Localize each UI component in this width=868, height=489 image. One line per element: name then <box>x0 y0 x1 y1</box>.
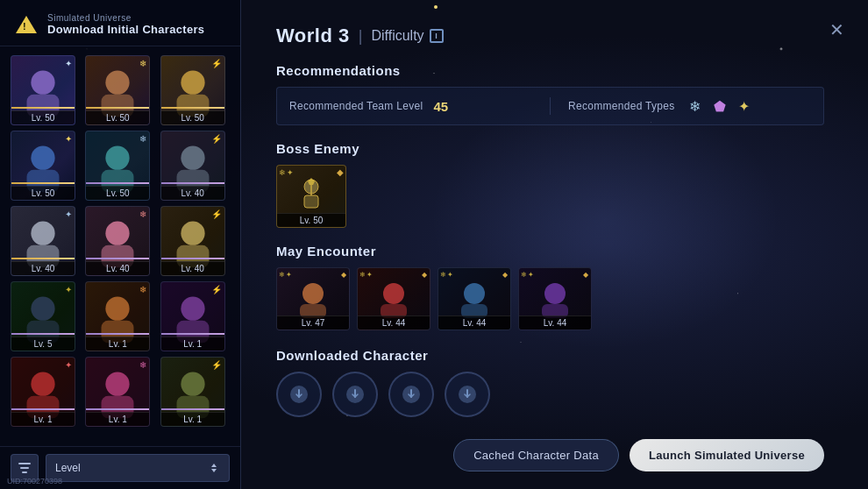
char-type-icon: ✦ <box>65 59 72 68</box>
char-rarity-bar <box>11 182 75 184</box>
char-type-icon: ✦ <box>65 360 72 370</box>
char-type-icon: ✦ <box>65 285 72 294</box>
svg-point-13 <box>31 222 54 245</box>
encounter-rarity: ◆ <box>422 271 427 279</box>
svg-point-9 <box>106 146 130 170</box>
encounter-card-1[interactable]: ❄✦◆Lv. 44 <box>357 267 430 330</box>
char-card-10[interactable]: ✦Lv. 5 <box>11 281 75 351</box>
svg-point-15 <box>106 222 130 245</box>
cached-character-button[interactable]: Cached Character Data <box>453 439 619 471</box>
char-level: Lv. 40 <box>161 261 224 275</box>
char-type-icon: ❄ <box>139 285 146 294</box>
dl-slot-icon <box>402 386 420 403</box>
char-card-14[interactable]: ❄Lv. 1 <box>85 357 150 427</box>
char-card-9[interactable]: ⚡Lv. 40 <box>160 206 225 276</box>
team-level-label: Recommended Team Level <box>289 100 423 112</box>
encounter-type-icons: ❄✦ <box>279 271 292 279</box>
char-rarity-bar <box>161 182 224 184</box>
boss-card[interactable]: ❄ ✦ Lv. 50 ◆ <box>276 165 346 228</box>
encounter-type-icons: ❄✦ <box>440 271 453 279</box>
svg-point-19 <box>31 297 54 321</box>
downloaded-slot-0[interactable] <box>276 372 322 417</box>
svg-point-3 <box>106 71 130 95</box>
char-level: Lv. 5 <box>11 337 75 351</box>
rec-divider <box>550 97 551 115</box>
header-title: Download Initial Characters <box>47 23 204 36</box>
recommendations-box: Recommended Team Level 45 Recommended Ty… <box>276 87 824 125</box>
char-card-8[interactable]: ❄Lv. 40 <box>85 206 150 276</box>
svg-point-17 <box>181 222 204 245</box>
char-type-icon: ⚡ <box>211 134 222 144</box>
char-card-1[interactable]: ✦Lv. 50 <box>11 55 75 125</box>
char-card-5[interactable]: ❄Lv. 50 <box>85 131 150 201</box>
char-level: Lv. 50 <box>86 186 149 200</box>
dl-slot-icon <box>459 386 476 403</box>
downloaded-slot-3[interactable] <box>445 372 490 417</box>
encounter-card-3[interactable]: ❄✦◆Lv. 44 <box>518 267 592 330</box>
char-level: Lv. 40 <box>86 261 149 275</box>
downloaded-section: Downloaded Character <box>276 348 824 430</box>
char-rarity-bar <box>161 333 224 335</box>
downloaded-slot-1[interactable] <box>332 372 378 417</box>
char-rarity-bar <box>11 333 75 335</box>
sort-button[interactable]: Level <box>46 454 230 482</box>
character-grid: ✦Lv. 50❄Lv. 50⚡Lv. 50✦Lv. 50❄Lv. 50⚡Lv. … <box>0 46 240 446</box>
team-level-item: Recommended Team Level 45 <box>289 99 532 114</box>
char-level: Lv. 1 <box>86 337 149 351</box>
svg-point-25 <box>31 372 54 396</box>
encounter-level: Lv. 47 <box>277 315 349 330</box>
encounter-cards: ❄✦◆Lv. 47❄✦◆Lv. 44❄✦◆Lv. 44❄✦◆Lv. 44 <box>276 267 824 330</box>
encounter-card-2[interactable]: ❄✦◆Lv. 44 <box>438 267 511 330</box>
char-level: Lv. 50 <box>86 110 149 124</box>
rec-types-icons: ❄ ⬟ ✦ <box>686 96 754 116</box>
char-card-13[interactable]: ✦Lv. 1 <box>11 357 75 427</box>
main-content: World 3 | Difficulty I Recommendations R… <box>241 0 868 489</box>
encounter-rarity: ◆ <box>583 271 588 279</box>
char-card-11[interactable]: ❄Lv. 1 <box>85 281 150 351</box>
svg-point-23 <box>181 297 204 321</box>
char-card-6[interactable]: ⚡Lv. 40 <box>160 131 225 201</box>
char-type-icon: ⚡ <box>211 285 222 294</box>
boss-section: Boss Enemy ❄ ✦ Lv. 50 ◆ <box>276 141 824 228</box>
difficulty-label: Difficulty I <box>371 28 443 44</box>
downloaded-title: Downloaded Character <box>276 348 824 363</box>
svg-point-7 <box>31 146 54 170</box>
boss-avatar <box>294 176 329 217</box>
char-level: Lv. 1 <box>161 337 224 351</box>
char-level: Lv. 50 <box>161 110 224 124</box>
char-rarity-bar <box>11 258 75 259</box>
encounter-type-icons: ❄✦ <box>359 271 373 279</box>
char-card-4[interactable]: ✦Lv. 50 <box>11 131 75 201</box>
svg-point-1 <box>31 71 54 95</box>
close-button[interactable]: ✕ <box>822 16 850 44</box>
downloaded-slot-2[interactable] <box>388 372 434 417</box>
char-rarity-bar <box>86 182 149 184</box>
boss-level: Lv. 50 <box>277 213 345 227</box>
svg-point-44 <box>544 283 566 304</box>
launch-simulated-universe-button[interactable]: Launch Simulated Universe <box>630 439 824 471</box>
char-level: Lv. 50 <box>11 110 75 124</box>
sidebar: Simulated Universe Download Initial Char… <box>0 0 241 489</box>
dl-slot-icon <box>290 386 308 403</box>
char-card-15[interactable]: ⚡Lv. 1 <box>160 357 225 427</box>
char-card-2[interactable]: ❄Lv. 50 <box>85 55 150 125</box>
svg-rect-34 <box>304 195 318 208</box>
svg-rect-31 <box>20 467 29 469</box>
rec-types-label: Recommended Types <box>568 100 675 112</box>
encounter-card-0[interactable]: ❄✦◆Lv. 47 <box>276 267 350 330</box>
svg-point-38 <box>302 283 324 304</box>
encounter-level: Lv. 44 <box>438 315 510 330</box>
char-card-12[interactable]: ⚡Lv. 1 <box>160 281 225 351</box>
svg-point-40 <box>383 283 404 304</box>
char-type-icon: ❄ <box>139 134 146 144</box>
char-card-7[interactable]: ✦Lv. 40 <box>11 206 75 276</box>
header-subtitle: Simulated Universe <box>47 13 204 23</box>
char-type-icon: ❄ <box>139 209 146 219</box>
char-rarity-bar <box>86 258 149 259</box>
char-card-3[interactable]: ⚡Lv. 50 <box>160 55 225 125</box>
sort-label: Level <box>55 462 81 474</box>
char-type-icon: ✦ <box>65 134 72 144</box>
boss-type-icons: ❄ ✦ <box>279 168 294 177</box>
char-rarity-bar <box>11 107 75 109</box>
char-rarity-bar <box>86 107 149 109</box>
